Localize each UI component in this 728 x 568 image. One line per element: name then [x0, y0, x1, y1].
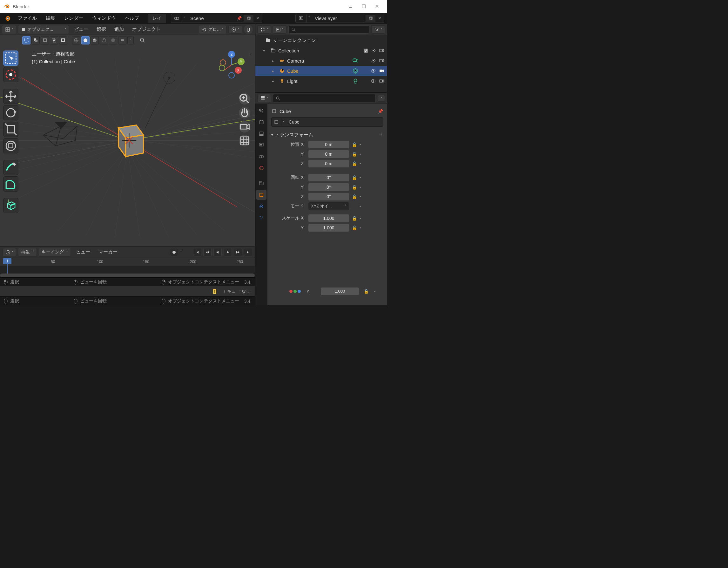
lock-icon[interactable]: 🔓 [351, 142, 358, 147]
outliner-editor-type[interactable]: ˅ [257, 25, 271, 34]
anim-dot[interactable]: • [360, 175, 364, 180]
keyframe-next-button[interactable] [234, 248, 242, 256]
collection-enable-checkbox[interactable] [364, 49, 368, 53]
properties-options-button[interactable]: ˅ [378, 95, 385, 102]
jump-start-button[interactable] [193, 248, 201, 256]
maximize-button[interactable] [361, 4, 366, 9]
eye-icon[interactable] [370, 48, 376, 53]
select-mode-invert[interactable] [59, 36, 67, 44]
grip-icon[interactable]: ⠿ [379, 132, 383, 138]
scene-name-input[interactable] [187, 14, 235, 22]
timeline-scrollbar[interactable] [0, 274, 255, 277]
viewlayer-name-input[interactable] [312, 14, 366, 22]
keyframe-prev-button[interactable] [203, 248, 212, 256]
viewlayer-selector[interactable]: ˅ ✕ [295, 14, 384, 23]
light-data-icon[interactable] [352, 78, 359, 85]
navigation-gizmo[interactable]: Z Y X [217, 51, 246, 79]
outliner-camera[interactable]: ▸ Camera [255, 56, 387, 66]
new-scene-button[interactable] [244, 15, 253, 22]
tab-tool[interactable] [256, 106, 266, 116]
tab-viewlayer[interactable] [256, 140, 266, 150]
perspective-toggle-button[interactable] [239, 135, 250, 146]
orientation-selector[interactable]: グロ...˅ [199, 25, 226, 34]
menu-select[interactable]: 選択 [93, 25, 109, 34]
tool-add-cube[interactable]: + [3, 198, 18, 213]
lock-icon[interactable]: 🔓 [351, 194, 358, 199]
menu-window[interactable]: ウィンドウ [88, 14, 120, 23]
timeline-ruler[interactable]: 1 50 100 150 200 250 [0, 258, 255, 266]
properties-editor-type[interactable]: ˅ [257, 94, 271, 102]
pivot-button[interactable]: ˅ [228, 25, 242, 34]
menu-help[interactable]: ヘルプ [121, 14, 143, 23]
search-icon[interactable] [138, 36, 147, 44]
anim-dot[interactable]: • [360, 226, 364, 230]
pin-icon[interactable]: 📌 [235, 15, 244, 22]
expand-toggle[interactable]: ▸ [272, 79, 277, 84]
tab-output[interactable] [256, 129, 266, 139]
anim-dot[interactable]: • [360, 152, 364, 157]
camera-view-button[interactable] [239, 121, 250, 132]
camera-icon[interactable] [379, 58, 384, 64]
eye-icon[interactable] [370, 58, 376, 64]
mesh-data-icon[interactable] [352, 67, 359, 74]
lock-icon[interactable]: 🔓 [351, 216, 358, 221]
mode-selector[interactable]: オブジェク...˅ [18, 25, 69, 34]
outliner-display-mode[interactable]: ˅ [273, 25, 286, 34]
anim-dot[interactable]: • [360, 216, 364, 221]
tab-modifiers[interactable] [256, 201, 266, 211]
chevron-down-icon[interactable]: ˅ [281, 120, 286, 124]
chevron-down-icon[interactable]: ˅ [307, 16, 312, 21]
menu-view[interactable]: ビュー [71, 25, 91, 34]
tool-cursor[interactable] [3, 67, 18, 82]
tool-rotate[interactable] [3, 105, 18, 120]
keying-menu[interactable]: キーイング˅ [39, 248, 71, 257]
pan-button[interactable] [239, 107, 250, 118]
eye-icon[interactable] [370, 68, 376, 74]
tab-world[interactable] [256, 163, 266, 173]
playback-menu[interactable]: 再生˅ [18, 248, 37, 257]
camera-icon[interactable] [379, 48, 384, 53]
blender-icon[interactable] [4, 15, 11, 22]
camera-data-icon[interactable] [352, 57, 359, 64]
rotation-z-field[interactable]: 0° [308, 193, 349, 201]
outliner-light[interactable]: ▸ Light [255, 76, 387, 86]
tab-collection[interactable] [256, 178, 266, 188]
tab-scene[interactable] [256, 152, 266, 162]
lock-icon[interactable]: 🔓 [351, 161, 358, 166]
play-reverse-button[interactable] [213, 248, 222, 256]
tab-object[interactable] [256, 190, 266, 200]
rotation-mode-select[interactable]: XYZ オイ...˅ [308, 202, 349, 210]
new-viewlayer-button[interactable] [366, 15, 375, 22]
outliner-collection[interactable]: ▾ Collection [255, 45, 387, 56]
shading-solid[interactable] [81, 36, 90, 44]
lock-icon[interactable]: 🔓 [351, 152, 358, 157]
tool-annotate[interactable] [3, 160, 18, 175]
timeline[interactable]: 1 50 100 150 200 250 [0, 258, 255, 277]
menu-edit[interactable]: 編集 [42, 14, 59, 23]
panel-transform-header[interactable]: ▾ トランスフォーム ⠿ [271, 130, 383, 140]
editor-type-button[interactable]: ˅ [2, 25, 16, 34]
menu-file[interactable]: ファイル [14, 14, 41, 23]
scale-y-field-dup[interactable]: 1.000 [321, 287, 359, 295]
menu-render[interactable]: レンダー [60, 14, 87, 23]
lock-icon[interactable]: 🔓 [364, 289, 369, 294]
rotation-y-field[interactable]: 0° [308, 183, 349, 191]
delete-scene-button[interactable]: ✕ [253, 15, 262, 22]
viewport-canvas[interactable] [0, 45, 255, 246]
properties-search[interactable] [273, 94, 376, 102]
tool-measure[interactable] [3, 176, 18, 192]
collapse-npanel-button[interactable]: ‹ [248, 50, 253, 58]
delete-viewlayer-button[interactable]: ✕ [375, 15, 384, 22]
outliner-search[interactable] [288, 25, 369, 34]
rotation-x-field[interactable]: 0° [308, 173, 349, 182]
tool-transform[interactable] [3, 138, 18, 153]
expand-toggle[interactable]: ▸ [272, 69, 277, 73]
anim-dot[interactable]: • [360, 142, 364, 147]
overlay-toggle[interactable] [118, 36, 126, 44]
anim-dot[interactable]: • [360, 204, 364, 209]
tool-move[interactable] [3, 89, 18, 104]
menu-add[interactable]: 追加 [111, 25, 127, 34]
lock-icon[interactable]: 🔓 [351, 175, 358, 180]
minimize-button[interactable] [348, 4, 353, 9]
timeline-view-menu[interactable]: ビュー [73, 248, 93, 256]
